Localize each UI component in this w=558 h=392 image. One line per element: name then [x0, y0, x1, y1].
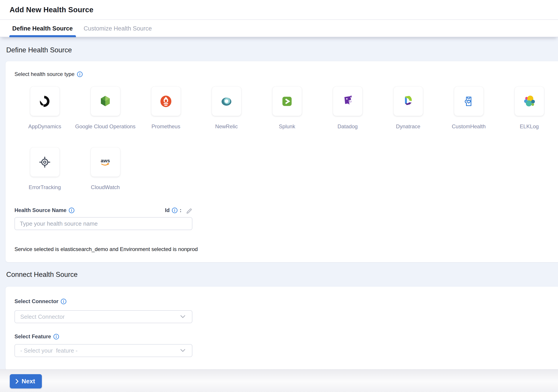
health-source-option-dynatrace[interactable]: Dynatrace	[378, 87, 438, 130]
edit-pencil-icon[interactable]	[186, 207, 192, 214]
elklog-icon	[522, 95, 536, 108]
svg-text:aws: aws	[101, 158, 110, 164]
connect-health-source-card: Select Connector Select Connector Select…	[6, 287, 558, 369]
tab-label: Customize Health Source	[84, 25, 152, 32]
tab-bar: Define Health Source Customize Health So…	[0, 20, 558, 37]
health-source-name-label: Health Source Name	[15, 207, 66, 213]
connect-section-heading: Connect Health Source	[6, 271, 558, 279]
info-icon[interactable]	[69, 207, 75, 213]
title-bar: Add New Health Source	[0, 0, 558, 20]
connector-select-placeholder: Select Connector	[20, 313, 65, 320]
tab-label: Define Health Source	[12, 25, 73, 32]
health-source-option-appdynamics[interactable]: AppDynamics	[15, 87, 75, 130]
chevron-down-icon	[180, 349, 185, 352]
info-icon[interactable]	[77, 71, 83, 77]
active-tab-underline	[9, 35, 76, 37]
next-button-label: Next	[22, 378, 35, 385]
health-source-option-datadog[interactable]: Datadog	[317, 87, 378, 130]
tab-content: Define Health Source Select health sourc…	[0, 37, 558, 369]
info-icon[interactable]	[61, 298, 67, 305]
footer-bar: Next	[0, 369, 558, 392]
health-source-option-errortracking[interactable]: ErrorTracking	[15, 148, 75, 191]
google-cloud-operations-icon	[98, 95, 112, 108]
health-source-option-splunk[interactable]: Splunk	[257, 87, 317, 130]
select-connector-label: Select Connector	[15, 298, 58, 305]
feature-select-placeholder: - Select your feature -	[20, 347, 78, 354]
chevron-down-icon	[180, 315, 185, 318]
customhealth-icon	[462, 95, 476, 108]
select-source-type-label: Select health source type	[15, 71, 75, 77]
health-source-option-customhealth[interactable]: CustomHealth	[438, 87, 499, 130]
service-environment-note: Service selected is elasticsearch_demo a…	[15, 246, 552, 252]
newrelic-icon	[219, 95, 233, 108]
health-source-option-prometheus[interactable]: Prometheus	[136, 87, 196, 130]
add-health-source-page: Add New Health Source Define Health Sour…	[0, 0, 558, 392]
prometheus-icon	[159, 95, 173, 108]
health-source-option-google-cloud-operations[interactable]: Google Cloud Operations	[75, 87, 136, 130]
health-source-type-grid: AppDynamics Google Cloud Operations	[15, 87, 558, 191]
define-health-source-card: Select health source type AppDynamic	[6, 61, 558, 262]
define-section-heading: Define Health Source	[6, 46, 558, 54]
splunk-icon	[280, 95, 294, 108]
next-chevron-icon	[15, 379, 19, 384]
feature-select[interactable]: - Select your feature -	[15, 344, 192, 357]
dynatrace-icon	[401, 95, 415, 108]
info-icon[interactable]	[172, 207, 178, 213]
errortracking-icon	[38, 155, 52, 169]
select-feature-label: Select Feature	[15, 333, 51, 340]
next-button[interactable]: Next	[10, 374, 42, 388]
identifier-group: Id :	[165, 207, 192, 214]
datadog-icon	[341, 95, 355, 108]
appdynamics-icon	[38, 95, 52, 108]
cloudwatch-icon: aws	[98, 155, 112, 169]
health-source-option-cloudwatch[interactable]: aws CloudWatch	[75, 148, 136, 191]
id-label: Id	[165, 207, 170, 213]
health-source-name-input[interactable]	[15, 217, 192, 230]
tab-customize-health-source[interactable]: Customize Health Source	[84, 20, 152, 37]
connector-select[interactable]: Select Connector	[15, 310, 192, 323]
tab-define-health-source[interactable]: Define Health Source	[12, 20, 73, 37]
page-title: Add New Health Source	[9, 6, 93, 14]
health-source-option-newrelic[interactable]: NewRelic	[196, 87, 257, 130]
info-icon[interactable]	[53, 334, 59, 340]
id-separator: :	[180, 207, 182, 213]
health-source-option-elklog[interactable]: ELKLog	[499, 87, 558, 130]
